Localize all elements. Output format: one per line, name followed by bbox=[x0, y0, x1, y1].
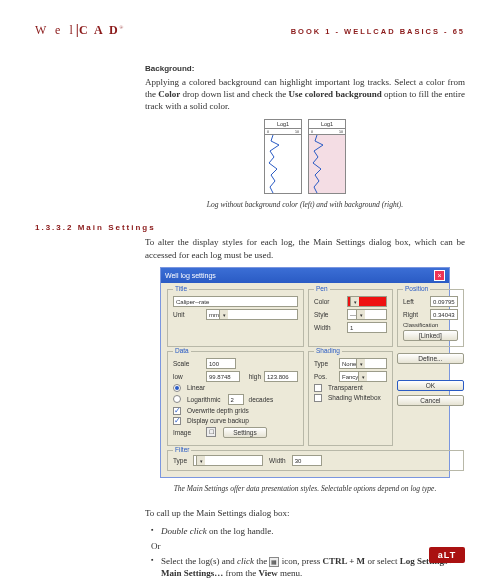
linked-button[interactable]: [Linked] bbox=[403, 330, 458, 341]
transparent-checkbox[interactable] bbox=[314, 384, 322, 392]
define-button[interactable]: Define... bbox=[397, 353, 464, 364]
log-radio[interactable] bbox=[173, 395, 181, 403]
background-paragraph: Applying a colored background can highli… bbox=[145, 76, 465, 112]
unit-combo[interactable]: mm▾ bbox=[206, 309, 298, 320]
callup-intro: To call up the Main Settings dialog box: bbox=[145, 507, 465, 519]
group-position: Position Left0.09795 Right0.34043 Classi… bbox=[397, 289, 464, 347]
chevron-down-icon[interactable]: ▾ bbox=[356, 310, 365, 319]
curve-backup-checkbox[interactable] bbox=[173, 417, 181, 425]
left-field[interactable]: 0.09795 bbox=[430, 296, 458, 307]
name-field[interactable]: Caliper--rate bbox=[173, 296, 298, 307]
or-text: Or bbox=[151, 541, 465, 551]
right-field[interactable]: 0.34043 bbox=[430, 309, 458, 320]
chevron-down-icon[interactable]: ▾ bbox=[358, 372, 367, 381]
log-caption: Log without background color (left) and … bbox=[145, 200, 465, 209]
decades-field[interactable]: 2 bbox=[228, 394, 244, 405]
log-figure: Log1 050 Log1 050 bbox=[145, 118, 465, 194]
shading-whitebox-checkbox[interactable] bbox=[314, 394, 322, 402]
ok-button[interactable]: OK bbox=[397, 380, 464, 391]
log-track-left: Log1 050 bbox=[264, 119, 302, 194]
main-settings-dialog: Well log settings × Title Caliper--rate … bbox=[160, 267, 450, 478]
high-field[interactable]: 123.806 bbox=[264, 371, 298, 382]
group-pen: Pen Color▾ Style—▾ Width1 bbox=[308, 289, 393, 347]
button-column: Define... OK Cancel bbox=[397, 353, 464, 446]
logo-pre: W e l bbox=[35, 23, 76, 37]
settings-toolbar-icon: ▦ bbox=[269, 557, 279, 567]
section-number: 1.3.3.2 Main Settings bbox=[35, 223, 465, 232]
linear-radio[interactable] bbox=[173, 384, 181, 392]
group-data: Data Scale100 low99.8748high123.806 Line… bbox=[167, 351, 304, 446]
log1-title: Log1 bbox=[265, 120, 301, 129]
dialog-titlebar[interactable]: Well log settings × bbox=[161, 268, 449, 283]
dialog-title: Well log settings bbox=[165, 272, 216, 279]
chevron-down-icon[interactable]: ▾ bbox=[196, 456, 205, 465]
wellcad-logo: W e l|C A D® bbox=[35, 22, 126, 38]
bullet-select: Select the log(s) and click the ▦ icon, … bbox=[151, 555, 465, 579]
dialog-caption: The Main Settings offer data presentatio… bbox=[145, 484, 465, 493]
shading-pos-combo[interactable]: Fancy▾ bbox=[339, 371, 387, 382]
style-combo[interactable]: —▾ bbox=[347, 309, 387, 320]
image-icon[interactable]: ☐ bbox=[206, 427, 216, 437]
background-heading: Background: bbox=[145, 64, 465, 73]
group-title: Title Caliper--rate Unit mm▾ bbox=[167, 289, 304, 347]
chevron-down-icon[interactable]: ▾ bbox=[350, 297, 359, 306]
depth-grids-checkbox[interactable] bbox=[173, 407, 181, 415]
bullet-doubleclick: Double click on the log handle. bbox=[151, 525, 465, 537]
group-filter: Filter Type ▾ Width 30 bbox=[167, 450, 464, 471]
close-icon[interactable]: × bbox=[434, 270, 445, 281]
breadcrumb: BOOK 1 - WELLCAD BASICS - 65 bbox=[291, 27, 465, 36]
log-track-right: Log1 050 bbox=[308, 119, 346, 194]
chevron-down-icon[interactable]: ▾ bbox=[356, 359, 365, 368]
log2-title: Log1 bbox=[309, 120, 345, 129]
cancel-button[interactable]: Cancel bbox=[397, 395, 464, 406]
group-shading: Shading TypeNone▾ Pos.Fancy▾ Transparent… bbox=[308, 351, 393, 446]
width-field[interactable]: 1 bbox=[347, 322, 387, 333]
color-combo[interactable]: ▾ bbox=[347, 296, 387, 307]
settings-button[interactable]: Settings bbox=[223, 427, 267, 438]
filter-type-combo[interactable]: ▾ bbox=[193, 455, 263, 466]
scale-field[interactable]: 100 bbox=[206, 358, 236, 369]
filter-width-field[interactable]: 30 bbox=[292, 455, 322, 466]
alt-logo: aLT bbox=[429, 547, 465, 563]
shading-type-combo[interactable]: None▾ bbox=[339, 358, 387, 369]
section-intro: To alter the display styles for each log… bbox=[145, 236, 465, 260]
logo-post: C A D bbox=[79, 23, 120, 37]
low-field[interactable]: 99.8748 bbox=[206, 371, 240, 382]
chevron-down-icon[interactable]: ▾ bbox=[219, 310, 228, 319]
